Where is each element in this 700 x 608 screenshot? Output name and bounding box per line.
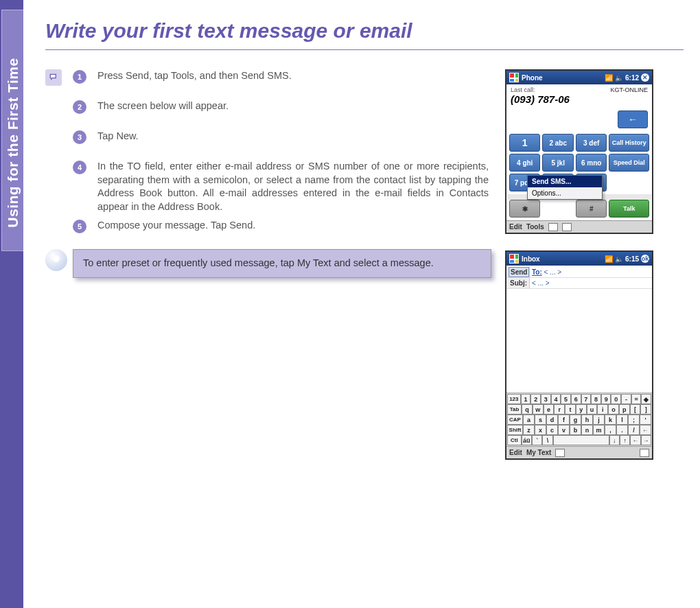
vkey[interactable]: u: [587, 404, 598, 414]
abc-icon[interactable]: [562, 223, 572, 231]
vkey[interactable]: ◆: [641, 394, 651, 404]
vkey[interactable]: 0: [611, 394, 621, 404]
vkey[interactable]: z: [523, 425, 535, 435]
vkey[interactable]: 6: [571, 394, 581, 404]
vkey[interactable]: t: [565, 404, 576, 414]
vkey[interactable]: \: [542, 435, 552, 445]
vkey[interactable]: ]: [640, 404, 651, 414]
key-5[interactable]: 5 jkl: [542, 154, 573, 172]
vkey[interactable]: ;: [628, 414, 640, 425]
vkey[interactable]: ←: [630, 435, 640, 445]
vkey[interactable]: 2: [530, 394, 541, 404]
vkey[interactable]: `: [532, 435, 542, 445]
key-hash[interactable]: #: [576, 200, 607, 218]
vkey[interactable]: ↓: [609, 435, 620, 445]
vkey[interactable]: 3: [541, 394, 551, 404]
vkey[interactable]: i: [597, 404, 608, 414]
key-4[interactable]: 4 ghi: [509, 154, 540, 172]
vkey[interactable]: ←: [640, 425, 651, 435]
sip-icon[interactable]: [548, 223, 558, 231]
vkey[interactable]: 8: [591, 394, 601, 404]
vkey[interactable]: h: [581, 414, 593, 425]
vkey[interactable]: n: [581, 425, 593, 435]
tip-row: To enter preset or frequently used messa…: [45, 249, 491, 278]
menu-send-sms[interactable]: Send SMS...: [528, 176, 602, 187]
backspace-button[interactable]: ←: [618, 110, 648, 128]
vkey[interactable]: ,: [605, 425, 616, 435]
vkey[interactable]: ↑: [620, 435, 630, 445]
vkey[interactable]: ': [640, 414, 651, 425]
send-button[interactable]: Send: [506, 267, 530, 277]
call-history-button[interactable]: Call History: [609, 134, 649, 152]
vkey[interactable]: CAP: [507, 414, 523, 425]
edit-menu[interactable]: Edit: [509, 223, 522, 231]
vkey[interactable]: q: [522, 404, 533, 414]
vkey[interactable]: .: [616, 425, 628, 435]
vkey[interactable]: /: [628, 425, 640, 435]
key-3[interactable]: 3 def: [576, 134, 607, 152]
vkey[interactable]: l: [616, 414, 628, 425]
subj-value[interactable]: < ... >: [530, 278, 652, 288]
vkey[interactable]: 123: [507, 394, 521, 404]
vkey[interactable]: 7: [581, 394, 592, 404]
vkey[interactable]: e: [544, 404, 555, 414]
vkey[interactable]: m: [593, 425, 605, 435]
start-flag-icon[interactable]: [509, 254, 519, 264]
vkey[interactable]: Shift: [507, 425, 523, 435]
signal-icon: 📶: [605, 255, 613, 263]
vkey[interactable]: -: [621, 394, 631, 404]
vkey[interactable]: g: [570, 414, 581, 425]
speed-dial-button[interactable]: Speed Dial: [609, 154, 649, 172]
start-flag-icon[interactable]: [509, 73, 519, 82]
vkey[interactable]: b: [570, 425, 581, 435]
tip-box: To enter preset or frequently used messa…: [73, 249, 491, 278]
vkey[interactable]: p: [619, 404, 630, 414]
vkey[interactable]: y: [576, 404, 587, 414]
vkey[interactable]: a: [523, 414, 535, 425]
step-1: 1 Press Send, tap Tools, and then Send S…: [73, 69, 491, 83]
svg-point-0: [54, 256, 60, 262]
vkey[interactable]: x: [535, 425, 546, 435]
step-text-5: Compose your message. Tap Send.: [97, 219, 258, 233]
vkey[interactable]: w: [533, 404, 544, 414]
vkey[interactable]: Ctl: [507, 435, 522, 445]
input-selector-icon[interactable]: [640, 449, 649, 457]
edit-menu[interactable]: Edit: [509, 449, 522, 456]
vkey[interactable]: 1: [521, 394, 531, 404]
vkey[interactable]: s: [535, 414, 546, 425]
vkey[interactable]: c: [546, 425, 558, 435]
message-body[interactable]: [506, 290, 652, 393]
to-label[interactable]: To:: [532, 268, 542, 276]
key-1[interactable]: 1: [509, 134, 540, 152]
tools-menu-button[interactable]: Tools: [526, 223, 544, 231]
step-badge-3: 3: [73, 130, 86, 144]
vkey[interactable]: [553, 435, 609, 445]
menu-options[interactable]: Options...: [528, 187, 602, 199]
to-value[interactable]: < ... >: [544, 268, 562, 276]
vkey[interactable]: o: [608, 404, 619, 414]
key-2[interactable]: 2 abc: [542, 134, 573, 152]
vkey[interactable]: v: [558, 425, 570, 435]
vkey[interactable]: áü: [522, 435, 532, 445]
vkey[interactable]: k: [605, 414, 616, 425]
vkey[interactable]: 4: [551, 394, 561, 404]
vkey[interactable]: 5: [561, 394, 571, 404]
vkey[interactable]: j: [593, 414, 605, 425]
vkey[interactable]: r: [554, 404, 565, 414]
vkey[interactable]: →: [641, 435, 651, 445]
key-6[interactable]: 6 mno: [576, 154, 607, 172]
vkey[interactable]: d: [546, 414, 558, 425]
mytext-menu[interactable]: My Text: [526, 449, 552, 456]
vkey[interactable]: [: [630, 404, 641, 414]
sip-toggle-icon[interactable]: [555, 449, 565, 457]
vkey[interactable]: f: [558, 414, 570, 425]
vkey[interactable]: Tab: [507, 404, 522, 414]
talk-button[interactable]: Talk: [609, 200, 649, 218]
step-text-4: In the TO field, enter either e-mail add…: [97, 160, 491, 213]
close-icon[interactable]: ✕: [641, 73, 649, 82]
ok-button[interactable]: ok: [641, 255, 649, 263]
vkey[interactable]: =: [631, 394, 642, 404]
step-4: 4 In the TO field, enter either e-mail a…: [73, 160, 491, 213]
key-star[interactable]: ✱: [509, 200, 540, 218]
vkey[interactable]: 9: [601, 394, 611, 404]
